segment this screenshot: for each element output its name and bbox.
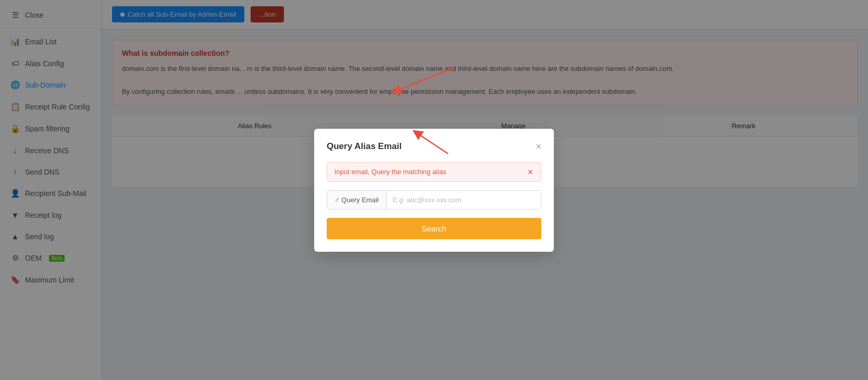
modal-overlay: Query Alias Email × Input email, Query t…: [0, 0, 868, 380]
modal: Query Alias Email × Input email, Query t…: [314, 129, 554, 252]
modal-alert-text: Input email, Query the matching alias: [334, 168, 447, 176]
svg-line-1: [396, 68, 453, 91]
query-label: ♂ Query Email: [327, 191, 387, 209]
search-button[interactable]: Search: [327, 218, 541, 239]
query-email-input[interactable]: [387, 191, 541, 209]
modal-close-button[interactable]: ×: [536, 142, 541, 151]
close-alert-button[interactable]: ✕: [527, 168, 534, 176]
modal-alert: Input email, Query the matching alias ✕: [327, 162, 541, 182]
modal-title: Query Alias Email: [327, 141, 402, 152]
query-row: ♂ Query Email: [327, 190, 541, 210]
modal-header: Query Alias Email ×: [327, 141, 541, 152]
